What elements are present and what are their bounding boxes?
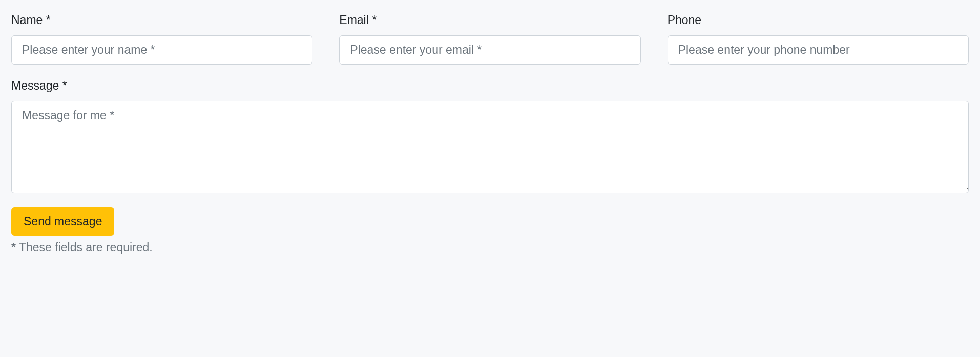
required-text: These fields are required. <box>16 241 153 254</box>
form-col-name: Name * <box>11 13 312 65</box>
form-row-top: Name * Email * Phone <box>11 13 969 65</box>
message-textarea[interactable] <box>11 101 969 193</box>
email-input[interactable] <box>339 35 640 65</box>
name-label: Name * <box>11 13 312 27</box>
send-message-button[interactable]: Send message <box>11 207 114 236</box>
required-marker: * <box>11 241 16 254</box>
phone-label: Phone <box>668 13 969 27</box>
contact-form: Name * Email * Phone Message * Send mess… <box>11 13 969 255</box>
phone-input[interactable] <box>668 35 969 65</box>
form-col-phone: Phone <box>668 13 969 65</box>
email-label: Email * <box>339 13 640 27</box>
name-input[interactable] <box>11 35 312 65</box>
form-col-email: Email * <box>339 13 640 65</box>
form-col-message: Message * <box>11 79 969 193</box>
message-label: Message * <box>11 79 969 93</box>
required-fields-note: * These fields are required. <box>11 241 969 255</box>
